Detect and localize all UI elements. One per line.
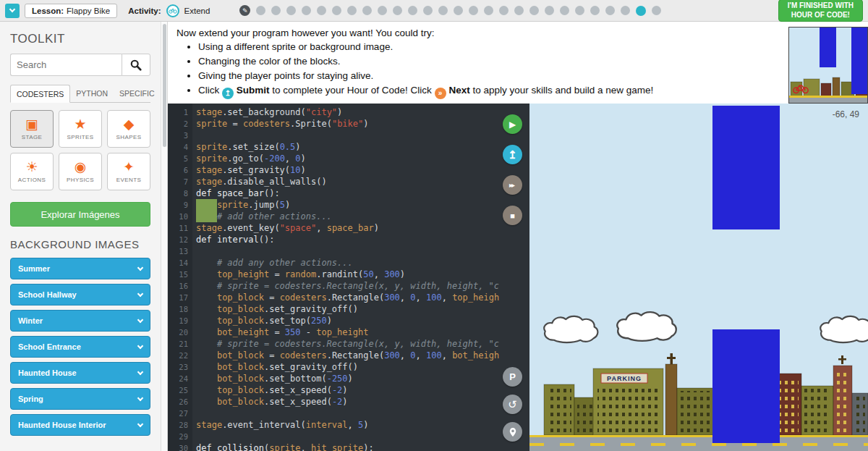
background-school-entrance[interactable]: School Entrance <box>10 336 150 358</box>
scrollbar-thumb[interactable] <box>163 24 166 147</box>
progress-dot[interactable] <box>605 6 615 15</box>
progress-dot[interactable] <box>652 6 661 15</box>
toolkit-title: TOOLKIT <box>10 32 150 46</box>
run-button[interactable]: ▶ <box>503 114 522 134</box>
progress-dot[interactable] <box>408 6 417 15</box>
upload-icon: ↥ <box>508 148 517 161</box>
code-line: 11stage.event_key("space", space_bar) <box>168 222 529 234</box>
progress-dot[interactable] <box>378 6 387 15</box>
progress-dot[interactable] <box>529 6 539 15</box>
toolkit-stage-button[interactable]: ▣STAGE <box>10 110 54 148</box>
submit-button[interactable]: ↥ <box>503 145 522 164</box>
background-winter[interactable]: Winter <box>10 310 150 332</box>
progress-dot[interactable] <box>347 6 357 15</box>
code-line: 27 <box>168 408 529 419</box>
progress-dot[interactable] <box>423 6 433 15</box>
sprites-icon: ★ <box>74 117 86 132</box>
progress-dot[interactable] <box>469 6 478 15</box>
reset-button[interactable]: ↺ <box>503 395 522 414</box>
toolkit-sprites-button[interactable]: ★SPRITES <box>59 110 102 148</box>
progress-dot[interactable] <box>393 6 402 15</box>
stop-icon: ■ <box>510 211 515 220</box>
road <box>529 435 868 451</box>
p-button[interactable]: P <box>503 367 522 387</box>
code-line: 9 sprite.jump(5) <box>168 199 529 211</box>
search-row <box>10 54 150 76</box>
progress-dot[interactable] <box>454 6 463 15</box>
code-line: 19 top_block.set_top(250) <box>168 315 529 326</box>
cloud <box>816 315 868 344</box>
code-line: 25 top_block.set_x_speed(-2) <box>168 384 529 396</box>
toolkit-physics-button[interactable]: ◉PHYSICS <box>59 153 102 190</box>
progress-dot[interactable] <box>545 6 554 15</box>
code-editor[interactable]: 1stage.set_background("city")2sprite = c… <box>168 104 529 451</box>
code-line: 5sprite.go_to(-200, 0) <box>168 153 529 164</box>
code-line: 1stage.set_background("city") <box>168 106 529 118</box>
background-haunted-house[interactable]: Haunted House <box>10 362 150 384</box>
finish-hour-of-code-button[interactable]: I'M FINISHED WITHHOUR OF CODE! <box>778 0 863 22</box>
progress-dot[interactable] <box>332 6 341 15</box>
progress-dot[interactable] <box>621 6 630 15</box>
background-images-list: SummerSchool HallwayWinterSchool Entranc… <box>10 258 150 436</box>
code-line: 2sprite = codesters.Sprite("bike") <box>168 118 529 130</box>
search-input[interactable] <box>10 54 122 76</box>
chevron-down-icon <box>9 7 15 12</box>
progress-dot[interactable] <box>514 6 524 15</box>
chevron-down-icon <box>137 421 143 427</box>
location-pin-button[interactable] <box>503 422 522 442</box>
cloud <box>541 315 605 344</box>
background-spring[interactable]: Spring <box>10 388 150 410</box>
background-label: Haunted House <box>18 368 77 377</box>
progress-dot[interactable] <box>271 6 281 15</box>
toolkit-shapes-button[interactable]: ◆SHAPES <box>107 110 150 148</box>
progress-dot[interactable] <box>317 6 326 15</box>
code-line: 7stage.disable_all_walls() <box>168 176 529 187</box>
progress-dot[interactable] <box>438 6 448 15</box>
tab-codesters[interactable]: CODESTERS <box>10 85 70 103</box>
stage-canvas[interactable]: -66, 49 <box>529 104 868 451</box>
reset-icon: ↺ <box>508 398 517 411</box>
tab-python[interactable]: PYTHON <box>70 85 114 102</box>
toolkit-actions-button[interactable]: ☀ACTIONS <box>10 153 54 190</box>
p-icon: P <box>509 371 516 382</box>
parking-sign: PARKING <box>607 375 642 382</box>
search-button[interactable] <box>122 54 150 76</box>
progress-dot-current[interactable] <box>636 6 646 16</box>
instructions-list: Using a different sprite or background i… <box>198 41 859 99</box>
progress-dot[interactable] <box>560 6 569 15</box>
background-school-hallway[interactable]: School Hallway <box>10 284 150 305</box>
background-summer[interactable]: Summer <box>10 258 150 279</box>
toolkit-tabs: CODESTERSPYTHONSPECIFIC <box>10 85 150 103</box>
progress-dot[interactable] <box>575 6 584 15</box>
progress-dot[interactable] <box>302 6 311 15</box>
lesson-dropdown-button[interactable] <box>5 4 20 18</box>
progress-dot[interactable] <box>484 6 493 15</box>
progress-dot[interactable] <box>362 6 372 15</box>
stop-button[interactable]: ■ <box>503 206 522 225</box>
background-haunted-house-interior[interactable]: Haunted House Interior <box>10 414 150 436</box>
progress-dot[interactable] <box>286 6 296 15</box>
code-line: 24 bot_block.set_bottom(-250) <box>168 373 529 384</box>
instruction-bullet: Giving the player points for staying ali… <box>198 70 859 81</box>
toolkit-events-button[interactable]: ✦EVENTS <box>107 153 150 190</box>
tab-specific[interactable]: SPECIFIC <box>114 85 160 102</box>
chevron-down-icon <box>137 343 143 349</box>
code-line: 18 top_block.set_gravity_off() <box>168 303 529 315</box>
code-line: 14 # add any other actions... <box>168 257 529 269</box>
code-line: 10 # add other actions... <box>168 211 529 222</box>
instruction-bullet: Changing the color of the blocks. <box>198 56 859 67</box>
road-center-line <box>529 443 868 446</box>
progress-dot[interactable] <box>256 6 265 15</box>
fast-forward-button[interactable]: ▸▸ <box>503 175 522 195</box>
background-label: Haunted House Interior <box>18 421 106 429</box>
progress-dot[interactable] <box>590 6 600 15</box>
sidebar-scrollbar[interactable] <box>161 22 168 451</box>
chevron-down-icon <box>137 317 143 323</box>
preview-bike-sprite <box>792 83 809 94</box>
progress-dot-pencil[interactable]: ✎ <box>239 5 250 16</box>
explore-images-button[interactable]: Explorar Imágenes <box>10 202 150 227</box>
instruction-bullet: Click ↥ Submit to complete your Hour of … <box>198 85 859 99</box>
city-skyline: PARKING <box>529 350 868 435</box>
lesson-label: Lesson: <box>32 7 64 15</box>
progress-dot[interactable] <box>499 6 509 15</box>
